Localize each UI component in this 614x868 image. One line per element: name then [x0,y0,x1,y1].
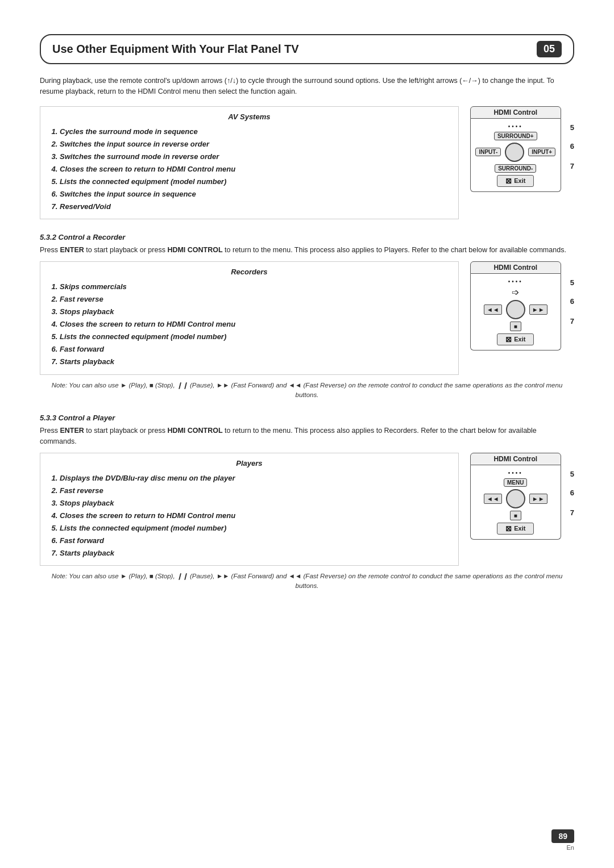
av-systems-section: AV Systems Cycles the surround mode in s… [40,106,574,220]
list-item: Starts playback [60,547,449,560]
intro-text: During playback, use the remote control'… [40,76,574,97]
list-item: Fast forward [60,343,449,356]
players-diagram-panel: HDMI Control •••• MENU ◄◄ ►► [470,453,561,540]
stop-button-play: ■ [510,511,521,520]
hdmi-play-arrow-row: ➩ [471,286,561,299]
input-minus-button: INPUT- [475,148,501,156]
num-7-rec: 7 [570,317,574,326]
av-systems-list-box: AV Systems Cycles the surround mode in s… [40,106,459,220]
play-arrow-icon: ➩ [512,287,519,298]
players-list: Displays the DVD/Blu-ray disc menu on th… [49,472,449,560]
recorders-list-box: Recorders Skips commercials Fast reverse… [40,261,459,375]
num-6: 6 [570,142,574,151]
exit-button-play: ⊠ Exit [497,523,534,535]
list-item: Stops playback [60,497,449,510]
page-lang: En [567,844,574,851]
list-item: Cycles the surround mode in sequence [60,126,449,138]
list-item: Fast reverse [60,293,449,306]
subsection-532-text: Press ENTER to start playback or press H… [40,245,574,256]
hdmi-control-title: HDMI Control [470,106,561,119]
num-6-rec: 6 [570,297,574,306]
list-item: Starts playback [60,356,449,368]
list-item: Switches the input source in sequence [60,188,449,201]
subsection-532-title: 5.3.2 Control a Recorder [40,233,574,241]
page-number: 89 [551,829,574,843]
right-numbers-rec: 5 6 7 [570,261,574,336]
exit-label: Exit [514,177,525,184]
recorders-diagram-panel: HDMI Control •••• ➩ ◄◄ ►► [470,261,561,350]
hdmi-dots-row: •••• [471,122,561,131]
right-numbers-av: 5 6 7 [570,106,574,181]
list-item: Closes the screen to return to HDMI Cont… [60,510,449,522]
section-533: 5.3.3 Control a Player Press ENTER to st… [40,414,574,591]
center-dial-rec [506,300,525,319]
hdmi-rew-fwd-row-play: ◄◄ ►► [471,488,561,510]
hdmi-control-title-rec: HDMI Control [470,261,561,274]
surround-minus-button: SURROUND- [495,164,536,173]
num-5-rec: 5 [570,278,574,287]
exit-button: ⊠ Exit [497,175,534,187]
list-item: Stops playback [60,306,449,318]
num-5-play: 5 [570,470,574,478]
list-item: Closes the screen to return to HDMI Cont… [60,163,449,176]
hdmi-dots: •••• [508,123,523,130]
subsection-533-title: 5.3.3 Control a Player [40,414,574,422]
hdmi-control-title-play: HDMI Control [470,453,561,465]
recorders-diagram: HDMI Control •••• ➩ ◄◄ ►► [470,261,574,350]
subsection-533-text: Press ENTER to start playback or press H… [40,425,574,447]
hdmi-stop-row: ■ [471,320,561,332]
list-item: Reserved/Void [60,201,449,213]
hdmi-stop-row-play: ■ [471,510,561,521]
hdmi-content-av: •••• SURROUND+ INPUT- INPUT+ SURROUND- [470,119,561,192]
list-item: Fast reverse [60,485,449,497]
hdmi-exit-row-rec: ⊠ Exit [471,332,561,347]
fast-forward-button-play: ►► [529,494,547,504]
list-item: Switches the surround mode in reverse or… [60,151,449,163]
recorders-content-row: Recorders Skips commercials Fast reverse… [40,261,574,375]
exit-button-rec: ⊠ Exit [497,333,534,345]
av-systems-content-row: AV Systems Cycles the surround mode in s… [40,106,574,220]
note-533: Note: You can also use ► (Play), ■ (Stop… [40,571,574,591]
surround-plus-button: SURROUND+ [494,132,537,140]
note-532: Note: You can also use ► (Play), ■ (Stop… [40,381,574,400]
num-7: 7 [570,162,574,170]
exit-label-play: Exit [514,525,525,532]
recorders-list: Skips commercials Fast reverse Stops pla… [49,281,449,369]
hdmi-dots-play: •••• [508,470,523,476]
hdmi-content-rec: •••• ➩ ◄◄ ►► ■ [470,274,561,350]
page-header: Use Other Equipment With Your Flat Panel… [40,34,574,64]
list-item: Switches the input source in reverse ord… [60,138,449,151]
menu-button: MENU [504,478,527,487]
page-footer: 89 En [551,829,574,851]
hdmi-dots-row-rec: •••• [471,277,561,286]
chapter-badge: 05 [537,41,562,57]
num-6-play: 6 [570,489,574,497]
list-item: Displays the DVD/Blu-ray disc menu on th… [60,472,449,485]
right-numbers-play: 5 6 7 [570,453,574,527]
hdmi-exit-row: ⊠ Exit [471,174,561,188]
av-systems-diagram-panel: HDMI Control •••• SURROUND+ INPUT- INPUT… [470,106,561,192]
page-title: Use Other Equipment With Your Flat Panel… [52,43,537,56]
players-title: Players [49,459,449,468]
hdmi-rew-fwd-row: ◄◄ ►► [471,299,561,320]
players-list-box: Players Displays the DVD/Blu-ray disc me… [40,453,459,566]
fast-forward-button: ►► [529,304,547,315]
list-item: Lists the connected equipment (model num… [60,176,449,188]
hdmi-surround-minus-row: SURROUND- [471,163,561,174]
rewind-button-play: ◄◄ [484,494,502,504]
hdmi-exit-row-play: ⊠ Exit [471,521,561,536]
list-item: Skips commercials [60,281,449,293]
center-dial-play [506,489,525,508]
num-7-play: 7 [570,508,574,517]
players-diagram: HDMI Control •••• MENU ◄◄ ►► [470,453,574,540]
hdmi-content-play: •••• MENU ◄◄ ►► ■ [470,465,561,540]
av-systems-title: AV Systems [49,112,449,121]
center-dial [505,143,524,162]
av-systems-list: Cycles the surround mode in sequence Swi… [49,126,449,214]
list-item: Lists the connected equipment (model num… [60,522,449,535]
players-content-row: Players Displays the DVD/Blu-ray disc me… [40,453,574,566]
hdmi-dots-row-play: •••• [471,469,561,477]
hdmi-input-row: INPUT- INPUT+ [471,141,561,163]
hdmi-menu-row: MENU [471,477,561,488]
rewind-button: ◄◄ [484,304,502,315]
